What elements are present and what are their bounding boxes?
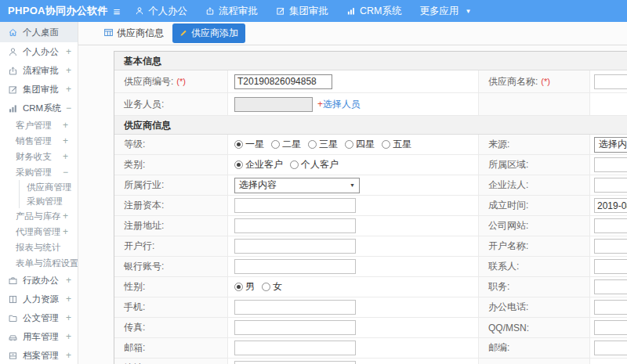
field-label: 类别:: [124, 158, 145, 171]
nav-crm-system[interactable]: CRM系统: [346, 5, 401, 18]
supplier-no-input[interactable]: [234, 74, 332, 89]
reg-capital-input[interactable]: [234, 198, 356, 213]
bank-account-input[interactable]: [234, 259, 356, 274]
field-label: 来源:: [488, 138, 509, 151]
radio-option[interactable]: 男: [234, 280, 255, 294]
legal-person-input[interactable]: [594, 178, 627, 193]
collapse-minus-icon[interactable]: −: [63, 167, 68, 178]
address-input[interactable]: [234, 361, 356, 364]
field-label: 所属区域:: [488, 158, 528, 171]
field-label: QQ/MSN:: [488, 323, 529, 333]
supplier-name-input[interactable]: [594, 74, 627, 89]
expand-plus-icon[interactable]: +: [66, 65, 71, 76]
sidebar-item-customer-mgmt[interactable]: 客户管理 +: [0, 117, 78, 133]
radio-option[interactable]: 三星: [308, 138, 338, 151]
content-area: 基本信息 供应商编号: (*) 供应商名称: (*): [78, 45, 627, 364]
account-name-input[interactable]: [594, 239, 627, 254]
sidebar-item-product-inventory[interactable]: 产品与库存 +: [0, 208, 78, 224]
expand-plus-icon[interactable]: +: [63, 211, 68, 222]
form-row-gender-position: 性别: 男 女 职务:: [114, 277, 627, 297]
field-label: 传真:: [124, 321, 145, 334]
bank-input[interactable]: [234, 239, 356, 254]
sidebar-item-sales-mgmt[interactable]: 销售管理 +: [0, 133, 78, 149]
expand-plus-icon[interactable]: +: [66, 331, 71, 342]
sidebar-item-personal-office[interactable]: 个人办公 +: [0, 42, 78, 61]
nav-personal-office[interactable]: 个人办公: [135, 5, 187, 18]
expand-plus-icon[interactable]: +: [66, 84, 71, 95]
user-icon: [135, 6, 144, 16]
radio-icon: [271, 140, 280, 149]
qq-msn-input[interactable]: [594, 320, 627, 335]
tab-supplier-add[interactable]: 供应商添加: [172, 23, 245, 43]
website-input[interactable]: [594, 218, 627, 233]
contact-input[interactable]: [594, 259, 627, 274]
expand-plus-icon[interactable]: +: [63, 151, 68, 162]
fax-input[interactable]: [234, 320, 356, 335]
expand-plus-icon[interactable]: +: [66, 275, 71, 286]
app-logo: PHPOA协同办公软件: [0, 4, 103, 18]
nav-more-apps[interactable]: 更多应用 ▼: [419, 5, 471, 18]
sidebar-item-desktop[interactable]: 个人桌面: [0, 22, 78, 42]
sidebar-item-crm[interactable]: CRM系统 −: [0, 99, 78, 117]
established-date-input[interactable]: [594, 198, 627, 213]
sidebar-item-purchasing[interactable]: 采购管理: [20, 194, 78, 208]
office-phone-input[interactable]: [594, 300, 627, 315]
expand-plus-icon[interactable]: +: [66, 312, 71, 323]
form-row-supplier-no: 供应商编号: (*) 供应商名称: (*): [114, 70, 627, 93]
expand-plus-icon[interactable]: +: [63, 120, 68, 131]
field-label: 成立时间:: [488, 199, 528, 212]
sidebar-item-purchase-mgmt[interactable]: 采购管理 −: [0, 164, 78, 180]
collapse-minus-icon[interactable]: −: [66, 103, 71, 114]
position-input[interactable]: [594, 279, 627, 294]
zip-input[interactable]: [594, 341, 627, 355]
radio-option[interactable]: 女: [262, 280, 282, 294]
radio-option[interactable]: 五星: [382, 138, 411, 151]
nav-group-approval[interactable]: 集团审批: [276, 5, 328, 18]
sidebar-item-hr[interactable]: 人力资源 +: [0, 290, 78, 308]
expand-plus-icon[interactable]: +: [66, 350, 71, 361]
radio-option[interactable]: 四星: [345, 138, 375, 151]
radio-icon: [234, 283, 243, 291]
nav-workflow-approval[interactable]: 流程审批: [205, 5, 258, 18]
sidebar-item-reports[interactable]: 报表与统计: [0, 240, 78, 255]
sidebar-item-agent-mgmt[interactable]: 代理商管理 +: [0, 224, 78, 240]
radio-option[interactable]: 企业客户: [234, 158, 283, 171]
email-input[interactable]: [234, 341, 356, 355]
radio-option[interactable]: 个人客户: [290, 158, 339, 171]
radio-option[interactable]: 二星: [271, 138, 301, 151]
sidebar-item-finance[interactable]: 财务收支 +: [0, 149, 78, 164]
nav-label: CRM系统: [360, 5, 401, 18]
expand-plus-icon[interactable]: +: [63, 226, 68, 237]
field-label: 注册地址:: [124, 219, 164, 232]
region-input[interactable]: [594, 157, 627, 172]
sidebar-item-admin-office[interactable]: 行政办公 +: [0, 271, 78, 290]
section-header-basic: 基本信息: [114, 52, 627, 70]
radio-option[interactable]: 一星: [234, 138, 264, 151]
sidebar-item-form-flow-settings[interactable]: 表单与流程设置 +: [0, 255, 78, 271]
sidebar-item-official-docs[interactable]: 公文管理 +: [0, 308, 78, 327]
source-select[interactable]: 选择内容▼: [594, 137, 627, 153]
mobile-input[interactable]: [234, 300, 356, 315]
sidebar-item-archive-mgmt[interactable]: 档案管理 +: [0, 346, 78, 364]
tab-supplier-info[interactable]: 供应商信息: [103, 27, 164, 40]
sidebar-item-group-approval[interactable]: 集团审批 +: [0, 80, 78, 99]
business-staff-input[interactable]: [234, 97, 313, 112]
top-nav: 个人办公 流程审批 集团审批 CRM系统 更多应用 ▼: [135, 5, 489, 18]
sidebar-item-vehicle-mgmt[interactable]: 用车管理 +: [0, 327, 78, 346]
radio-icon: [262, 283, 270, 291]
sidebar-item-supplier-mgmt[interactable]: 供应商管理: [20, 180, 78, 194]
menu-toggle-icon[interactable]: ≡: [103, 5, 130, 18]
reg-address-input[interactable]: [234, 218, 356, 233]
gender-radio-group: 男 女: [234, 280, 282, 294]
radio-icon: [290, 160, 299, 169]
category-radio-group: 企业客户 个人客户: [234, 158, 339, 171]
expand-plus-icon[interactable]: +: [63, 135, 68, 146]
expand-plus-icon[interactable]: +: [66, 46, 71, 57]
choose-staff-link[interactable]: +选择人员: [317, 98, 361, 111]
radio-icon: [234, 140, 243, 149]
expand-plus-icon[interactable]: +: [66, 294, 71, 305]
industry-select[interactable]: 选择内容▼: [234, 178, 360, 193]
tab-bar: 供应商信息 供应商添加: [78, 22, 627, 45]
sidebar-item-workflow-approval[interactable]: 流程审批 +: [0, 61, 78, 80]
field-label: 公司网站:: [488, 219, 528, 232]
